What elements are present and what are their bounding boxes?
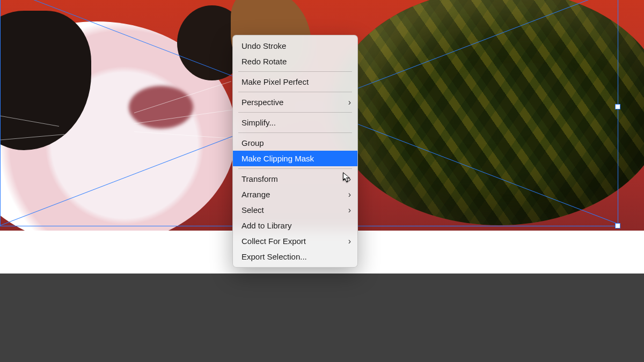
- menu-item-label: Group: [241, 138, 264, 147]
- chevron-right-icon: ›: [348, 202, 351, 218]
- menu-item-add-to-library[interactable]: Add to Library: [233, 218, 357, 233]
- menu-item-label: Perspective: [241, 98, 283, 107]
- menu-item-label: Redo Rotate: [241, 57, 287, 66]
- menu-item-perspective[interactable]: Perspective›: [233, 94, 357, 110]
- resize-handle-e[interactable]: [615, 104, 620, 109]
- menu-item-label: Simplify...: [241, 118, 276, 127]
- menu-item-undo[interactable]: Undo Stroke: [233, 38, 357, 54]
- resize-handle-se[interactable]: [615, 223, 620, 228]
- context-menu: Undo Stroke Redo Rotate Make Pixel Perfe…: [232, 35, 358, 268]
- menu-item-redo[interactable]: Redo Rotate: [233, 54, 357, 69]
- menu-item-label: Transform: [241, 174, 278, 183]
- menu-item-simplify[interactable]: Simplify...: [233, 115, 357, 130]
- chevron-right-icon: ›: [348, 187, 351, 202]
- chevron-right-icon: ›: [348, 94, 351, 110]
- menu-item-transform[interactable]: Transform›: [233, 171, 357, 187]
- chevron-right-icon: ›: [348, 171, 351, 187]
- menu-separator: [238, 92, 352, 92]
- chevron-right-icon: ›: [348, 233, 351, 249]
- menu-item-label: Add to Library: [241, 221, 291, 230]
- menu-separator: [238, 168, 352, 169]
- menu-item-select[interactable]: Select›: [233, 202, 357, 218]
- menu-item-label: Collect For Export: [241, 237, 306, 246]
- menu-separator: [238, 132, 352, 133]
- menu-separator: [238, 112, 352, 113]
- menu-item-label: Make Clipping Mask: [241, 154, 314, 163]
- menu-separator: [238, 71, 352, 72]
- menu-item-label: Export Selection...: [241, 252, 307, 261]
- menu-item-label: Undo Stroke: [241, 41, 286, 50]
- menu-item-label: Make Pixel Perfect: [241, 77, 309, 86]
- menu-item-export-selection[interactable]: Export Selection...: [233, 249, 357, 264]
- menu-item-arrange[interactable]: Arrange›: [233, 187, 357, 202]
- menu-item-group[interactable]: Group: [233, 135, 357, 151]
- menu-item-label: Arrange: [241, 190, 270, 199]
- menu-item-label: Select: [241, 205, 264, 215]
- menu-item-make-pixel-perfect[interactable]: Make Pixel Perfect: [233, 74, 357, 90]
- menu-item-collect-for-export[interactable]: Collect For Export›: [233, 233, 357, 249]
- app-canvas-area: Undo Stroke Redo Rotate Make Pixel Perfe…: [0, 0, 644, 362]
- menu-item-make-clipping-mask[interactable]: Make Clipping Mask: [233, 151, 357, 166]
